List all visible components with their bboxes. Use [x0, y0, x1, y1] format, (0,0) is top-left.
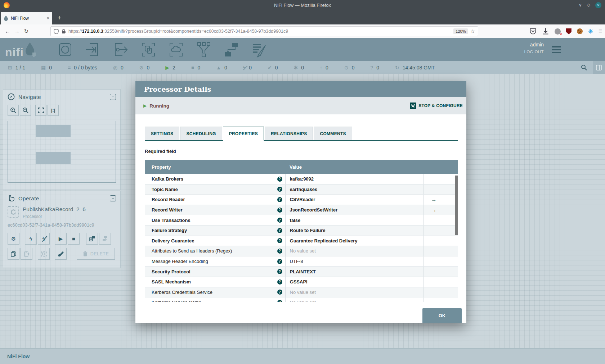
drag-processor-icon[interactable] [58, 42, 73, 58]
save-flow-version-button[interactable] [86, 233, 98, 245]
property-value[interactable]: No value set [290, 290, 316, 295]
forward-button[interactable]: → [12, 28, 22, 34]
browser-menu-icon[interactable]: ≡ [599, 28, 602, 35]
property-value[interactable]: earthquakes [290, 187, 318, 192]
paste-button[interactable] [21, 248, 32, 260]
property-help-icon[interactable]: ? [277, 300, 282, 302]
stop-and-configure-button[interactable]: STOP & CONFIGURE [410, 103, 463, 109]
go-to-service-icon[interactable]: → [431, 207, 436, 213]
property-help-icon[interactable]: ? [277, 177, 282, 182]
property-help-icon[interactable]: ? [277, 197, 282, 202]
logout-link[interactable]: LOG OUT [524, 50, 544, 54]
start-button[interactable]: ▶ [55, 233, 67, 245]
property-value[interactable]: PLAINTEXT [290, 269, 316, 274]
bookmark-star-icon[interactable]: ☆ [470, 28, 475, 34]
collapse-operate-icon[interactable]: − [110, 195, 116, 201]
property-row[interactable]: Failure Strategy? Route to Failure → [145, 226, 458, 236]
group-button[interactable] [38, 248, 50, 260]
stop-button[interactable]: ■ [68, 233, 80, 245]
zoom-out-button[interactable] [20, 105, 31, 116]
property-row[interactable]: Message Header Encoding? UTF-8 → [145, 256, 458, 267]
disable-button[interactable]: ϟ [38, 233, 50, 245]
downloads-icon[interactable] [542, 28, 549, 35]
property-help-icon[interactable]: ? [277, 249, 282, 254]
property-row[interactable]: Kerberos Service Name? No value set → [145, 297, 458, 302]
table-scrollbar[interactable] [455, 176, 458, 235]
zoom-fit-button[interactable] [35, 105, 46, 116]
dialog-tab[interactable]: PROPERTIES [223, 127, 264, 141]
property-row[interactable]: SASL Mechanism? GSSAPI → [145, 277, 458, 287]
url-bar[interactable]: https://172.18.0.3:32558/nifi/?processGr… [50, 26, 478, 36]
new-tab-button[interactable]: + [55, 13, 64, 23]
property-row[interactable]: Topic Name? earthquakes → [145, 185, 458, 195]
property-value[interactable]: false [290, 218, 301, 223]
property-help-icon[interactable]: ? [277, 228, 282, 233]
property-value[interactable]: CSVReader [290, 197, 315, 202]
ok-button[interactable]: OK [422, 308, 462, 323]
birdseye-minimap[interactable] [8, 121, 116, 183]
property-value[interactable]: UTF-8 [290, 259, 303, 264]
drag-remote-process-group-icon[interactable] [169, 42, 184, 58]
configure-button[interactable]: ⚙ [8, 233, 19, 245]
zoom-level-badge[interactable]: 120% [453, 28, 468, 34]
window-close-icon[interactable]: × [595, 2, 601, 8]
cookie-editor-icon[interactable] [577, 28, 583, 34]
extension-disabled-icon[interactable] [555, 28, 561, 35]
property-help-icon[interactable]: ? [277, 259, 282, 264]
dialog-tab[interactable]: RELATIONSHIPS [265, 127, 313, 140]
property-help-icon[interactable]: ? [277, 279, 282, 285]
property-help-icon[interactable]: ? [277, 208, 282, 213]
drag-output-port-icon[interactable] [113, 42, 128, 58]
sidebar-toggle-button[interactable] [593, 61, 605, 74]
property-value[interactable]: No value set [290, 300, 316, 302]
property-value[interactable]: JsonRecordSetWriter [290, 207, 338, 213]
refresh-icon[interactable]: ↻ [395, 65, 399, 70]
connection-lock-icon[interactable] [61, 29, 66, 34]
zoom-in-button[interactable] [8, 105, 19, 116]
window-maximize-icon[interactable]: ◇ [587, 3, 590, 8]
dialog-tab[interactable]: COMMENTS [314, 127, 352, 140]
flow-canvas[interactable]: Navigate − |:| [0, 74, 605, 348]
property-row[interactable]: Record Writer? JsonRecordSetWriter → [145, 205, 458, 215]
property-value[interactable]: kafka:9092 [290, 176, 314, 182]
back-button[interactable]: ← [3, 28, 12, 34]
property-row[interactable]: Delivery Guarantee? Guarantee Replicated… [145, 236, 458, 246]
drag-input-port-icon[interactable] [85, 42, 100, 58]
window-shade-icon[interactable]: ∨ [579, 3, 582, 8]
property-row[interactable]: Record Reader? CSVReader → [145, 195, 458, 205]
property-help-icon[interactable]: ? [277, 238, 282, 243]
dialog-tab[interactable]: SETTINGS [145, 127, 179, 140]
dialog-tab[interactable]: SCHEDULING [180, 127, 222, 140]
property-value[interactable]: GSSAPI [290, 279, 308, 285]
property-row[interactable]: Kafka Brokers? kafka:9092 → [145, 174, 458, 185]
property-row[interactable]: Attributes to Send as Headers (Regex)? N… [145, 246, 458, 256]
collapse-navigate-icon[interactable]: − [110, 94, 116, 100]
property-help-icon[interactable]: ? [277, 290, 282, 295]
copy-button[interactable] [8, 248, 19, 260]
drag-label-icon[interactable] [252, 42, 267, 58]
property-value[interactable]: Route to Failure [290, 228, 326, 233]
drag-template-icon[interactable] [224, 42, 239, 58]
breadcrumb-root[interactable]: NiFi Flow [7, 354, 30, 359]
property-row[interactable]: Security Protocol? PLAINTEXT → [145, 267, 458, 277]
zoom-actual-size-button[interactable]: |:| [48, 105, 59, 116]
property-help-icon[interactable]: ? [277, 187, 282, 192]
ublock-origin-icon[interactable] [566, 28, 572, 35]
browser-tab-nifi-flow[interactable]: NiFi Flow × [1, 12, 52, 24]
fill-color-button[interactable] [55, 248, 67, 260]
reload-button[interactable]: ↻ [22, 28, 31, 35]
enable-button[interactable]: ϟ [25, 233, 37, 245]
extension-asterisk-icon[interactable]: ✳ [588, 28, 593, 35]
go-to-service-icon[interactable]: → [431, 196, 436, 203]
url-text[interactable]: https://172.18.0.3:32558/nifi/?processGr… [68, 29, 451, 34]
pocket-icon[interactable] [529, 28, 537, 35]
property-row[interactable]: Use Transactions? false → [145, 215, 458, 226]
property-value[interactable]: No value set [290, 248, 316, 254]
tab-close-icon[interactable]: × [46, 15, 49, 21]
search-icon[interactable] [581, 64, 587, 70]
drag-funnel-icon[interactable] [196, 42, 211, 58]
property-value[interactable]: Guarantee Replicated Delivery [290, 238, 358, 244]
drag-process-group-icon[interactable] [141, 42, 156, 58]
property-help-icon[interactable]: ? [277, 269, 282, 274]
global-menu-icon[interactable] [552, 46, 561, 55]
